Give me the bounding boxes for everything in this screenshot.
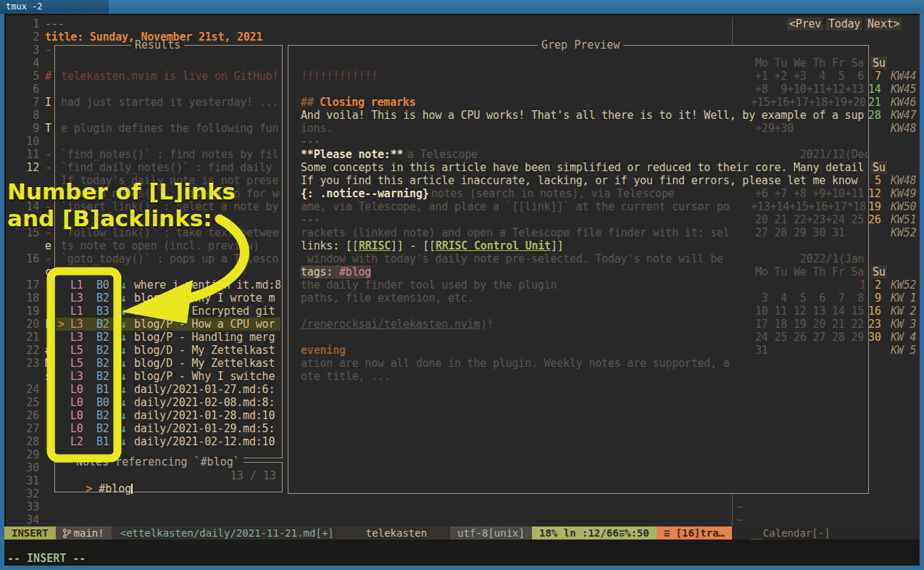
backlinks-count: B2 <box>96 357 109 370</box>
text-fragment: - <box>45 252 51 265</box>
result-item[interactable]: L0B2↓daily/2021-01-28.md:10 <box>56 409 280 422</box>
calendar-day[interactable]: 30 <box>868 331 881 344</box>
line-number: 20 <box>20 318 39 331</box>
result-item[interactable]: >L3B2↓blog/P - How a CPU wor <box>56 318 280 331</box>
week-number: KW 3 <box>891 318 916 331</box>
window-separator <box>732 492 733 526</box>
result-item[interactable]: L3B2↓blog/P - Why I switche <box>56 370 280 383</box>
week-number: KW 5 <box>891 344 916 357</box>
result-item[interactable]: L0B0↓daily/2021-02-08.md:8: <box>56 396 280 409</box>
calendar-day[interactable]: 9 <box>875 292 881 305</box>
week-number: KW44 <box>891 70 916 83</box>
window-separator <box>732 17 733 45</box>
git-branch-segment: main! <box>56 526 112 540</box>
text-fragment: ts note to open (incl. preview) <box>61 239 259 252</box>
line-number: 4 <box>20 57 39 70</box>
calendar-day[interactable]: 26 <box>868 213 881 226</box>
result-item[interactable]: L2B1↓daily/2021-02-12.md:10 <box>56 435 280 448</box>
result-item[interactable]: L0B2↓daily/2021-01-29.md:5: <box>56 422 280 435</box>
week-number: KW47 <box>891 109 916 122</box>
line-number: 7 <box>20 96 39 109</box>
down-arrow-icon: ↓ <box>120 422 127 435</box>
week-number: KW48 <box>891 174 916 187</box>
result-item[interactable]: L3B2↓blog/P - Why I wrote m <box>56 292 280 305</box>
line-number: 8 <box>20 109 39 122</box>
text-fragment: **Please note:** <box>301 148 403 161</box>
text-fragment: 10 11 12 13 14 15 <box>755 305 864 318</box>
text-fragment: `search_notes()` : live grep for wo <box>61 187 280 200</box>
result-item[interactable]: L0B1↓daily/2021-01-27.md:6: <box>56 383 280 396</box>
encoding-segment: utf-8[unix] <box>450 526 532 540</box>
text-fragment: # <box>45 70 51 83</box>
calendar-next-button[interactable]: Next> <box>865 17 902 30</box>
calendar-day[interactable]: 12 <box>868 187 881 200</box>
statusline: INSERT main! <ettelkasten/daily/2021-11-… <box>4 526 732 540</box>
calendar-day[interactable]: 23 <box>868 318 881 331</box>
down-arrow-icon: ↓ <box>120 370 127 383</box>
line-number: 29 <box>20 448 39 461</box>
calendar-day[interactable]: 28 <box>868 109 881 122</box>
text-fragment: - <box>45 200 51 213</box>
line-number: 17 <box>20 278 39 292</box>
text-fragment: - <box>45 187 51 200</box>
text-fragment: ]] - [[ <box>391 239 436 252</box>
calendar-day[interactable]: 16 <box>868 305 881 318</box>
result-item[interactable]: L3B2↓blog/P - Handling merg <box>56 331 280 344</box>
text-fragment: +13+14+15+16+17*18 <box>751 200 866 213</box>
links-count: L3 <box>70 370 83 383</box>
wiki-link[interactable]: RRISC <box>359 239 391 252</box>
text-fragment: - <box>45 161 51 174</box>
text-fragment: - <box>45 292 51 305</box>
result-item[interactable]: L1B3↓blog/P - Encrypted git <box>56 305 280 318</box>
links-count: L3 <box>70 331 83 344</box>
notes-prompt-float: Notes referencing `#blog` > #blog 13 / 1… <box>54 462 283 492</box>
result-item[interactable]: L5B2↓blog/D - My Zettelkast <box>56 344 280 357</box>
calendar-day[interactable]: 2 <box>875 278 881 292</box>
tags-label: tags: <box>301 265 339 278</box>
calendar-prev-button[interactable]: <Prev <box>787 17 823 30</box>
down-arrow-icon: ↓ <box>120 318 127 331</box>
calendar-day[interactable]: 14 <box>868 83 881 96</box>
calendar-weekday-header: Su <box>871 57 887 70</box>
text-fragment: `find_notes()` : find notes by fil <box>61 148 278 161</box>
text-fragment: {: .notice--warning} <box>301 187 429 200</box>
text-fragment: M <box>45 357 51 370</box>
result-item-label: where i mention it.md:8: <box>134 278 280 292</box>
down-arrow-icon: ↓ <box>120 357 127 370</box>
text-fragment: window with today's daily note pre-selec… <box>301 252 723 265</box>
preview-heading: Closing remarks <box>320 96 415 109</box>
result-item[interactable]: L5B2↓blog/D - My Zettelkast <box>56 357 280 370</box>
text-fragment: ote title, ... <box>301 370 391 383</box>
mode-indicator: INSERT <box>4 526 56 540</box>
week-number: KW45 <box>891 83 916 96</box>
calendar-day[interactable]: 5 <box>875 174 881 187</box>
text-fragment: +8 9+10+11+12+13 <box>755 83 864 96</box>
line-number: 31 <box>20 474 39 487</box>
text-fragment: 31 <box>755 344 768 357</box>
prompt-input[interactable]: #blog <box>99 482 131 495</box>
git-branch-label: main! <box>74 526 104 540</box>
text-fragment: And voila! This is how a CPU works! That… <box>301 109 864 122</box>
text-fragment: c <box>45 265 51 278</box>
calendar-day[interactable]: 19 <box>868 200 881 213</box>
line-number: 5 <box>20 70 39 83</box>
calendar-today-button[interactable]: Today <box>826 17 862 30</box>
links-count: L2 <box>70 435 83 448</box>
line-number: 6 <box>20 83 39 96</box>
tmux-session-tab[interactable]: tmux -2 <box>0 0 109 14</box>
line-number: 25 <box>20 396 39 409</box>
backlinks-count: B2 <box>96 370 109 383</box>
text-fragment: +15+16+17+18+19+20 <box>751 96 866 109</box>
calendar-day[interactable]: 21 <box>868 96 881 109</box>
wiki-link[interactable]: RRISC Control Unit <box>436 239 551 252</box>
week-number: KW 1 <box>891 292 916 305</box>
result-item[interactable]: L1B0↓where i mention it.md:8: <box>56 278 280 292</box>
backlinks-count: B2 <box>96 292 109 305</box>
line-number: 16 <box>20 252 39 265</box>
text-fragment: ]] <box>551 239 564 252</box>
text-fragment: `goto_today()` : pops up a Telesco <box>61 252 278 265</box>
text-fragment: !!!!!!!!!!!! <box>301 70 378 83</box>
text-fragment: s <box>45 370 51 383</box>
calendar-day[interactable]: 7 <box>875 70 881 83</box>
telescope-prompt[interactable]: > #blog <box>59 469 133 508</box>
